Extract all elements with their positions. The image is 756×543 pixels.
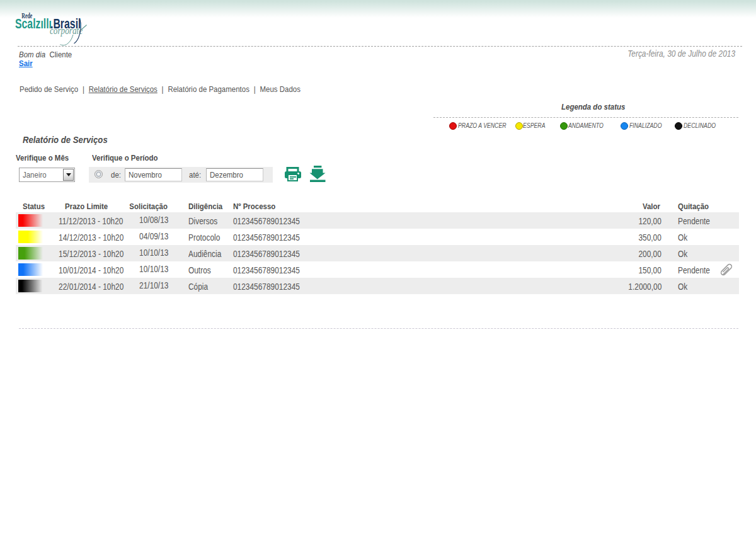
svg-text:corporate: corporate (50, 25, 83, 37)
svg-text:Scalzıllı: Scalzıllı (15, 16, 52, 31)
